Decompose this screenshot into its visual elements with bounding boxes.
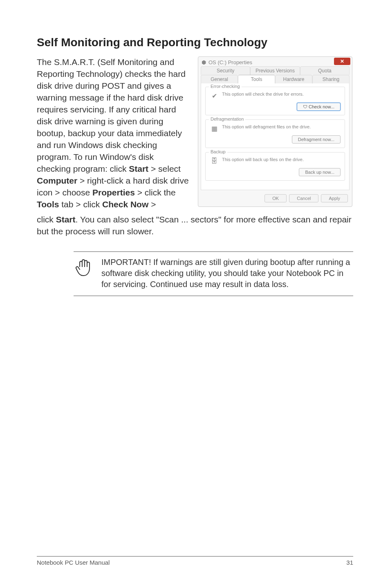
tab-security[interactable]: Security — [201, 66, 250, 75]
body-paragraph-lower: click Start. You can also select "Scan .… — [37, 214, 353, 238]
group-icon: 🗄 — [210, 157, 219, 166]
group-error-checking: Error-checking✔This option will check th… — [205, 87, 345, 115]
close-button[interactable]: ✕ — [334, 58, 350, 65]
tab-previous-versions[interactable]: Previous Versions — [250, 66, 300, 75]
group-title: Error-checking — [209, 84, 242, 89]
tab-sharing[interactable]: Sharing — [312, 75, 350, 83]
text-run: . You can also select "Scan ... sectors"… — [37, 215, 352, 236]
dialog-button-row: OKCancelApply — [198, 192, 352, 206]
shield-icon: 🛡 — [303, 104, 309, 109]
defragment-now-button[interactable]: Defragment now... — [292, 135, 341, 144]
text-run: > click the — [135, 188, 176, 197]
bold-term: Computer — [37, 176, 77, 185]
group-defragmentation: Defragmentation▦This option will defragm… — [205, 119, 345, 148]
group-title: Backup — [209, 149, 227, 154]
group-backup: Backup🗄This option will back up files on… — [205, 152, 345, 181]
tab-row-front: GeneralToolsHardwareSharing — [198, 75, 352, 83]
text-run: The S.M.A.R.T. (Self Monitoring and Repo… — [37, 57, 186, 173]
group-description: This option will back up files on the dr… — [222, 157, 304, 162]
page-footer: Notebook PC User Manual 31 — [37, 556, 353, 566]
footer-page-number: 31 — [346, 559, 353, 566]
text-run: tab > click — [59, 200, 102, 209]
text-run: > — [148, 200, 156, 209]
dialog-title-icon: ⬢ — [202, 59, 206, 65]
body-paragraph-upper: The S.M.A.R.T. (Self Monitoring and Repo… — [37, 56, 190, 211]
tab-hardware[interactable]: Hardware — [275, 75, 312, 83]
tab-quota[interactable]: Quota — [300, 66, 350, 75]
close-icon: ✕ — [340, 58, 344, 64]
check-now-button[interactable]: 🛡 Check now... — [297, 103, 341, 111]
button-label: Check now... — [309, 104, 334, 109]
dialog-title: OS (C:) Properties — [208, 59, 252, 65]
group-description: This option will check the drive for err… — [222, 91, 304, 97]
back-up-now-button[interactable]: Back up now... — [299, 168, 341, 176]
group-icon: ✔ — [210, 91, 219, 100]
bold-term: Start — [56, 215, 76, 224]
bold-term: Tools — [37, 200, 59, 209]
hand-icon — [74, 257, 93, 278]
footer-left: Notebook PC User Manual — [37, 559, 110, 566]
section-heading: Self Monitoring and Reporting Technology — [37, 36, 353, 49]
properties-dialog: ⬢ OS (C:) Properties ✕ SecurityPrevious … — [198, 56, 352, 207]
bold-term: Start — [129, 164, 148, 173]
group-description: This option will defragment files on the… — [222, 124, 311, 130]
group-title: Defragmentation — [209, 117, 245, 121]
button-label: Back up now... — [305, 170, 334, 175]
tab-row-back: SecurityPrevious VersionsQuota — [198, 66, 352, 75]
ok-button[interactable]: OK — [264, 194, 287, 202]
button-label: Defragment now... — [298, 137, 334, 142]
text-run: > select — [148, 164, 181, 173]
dialog-body: Error-checking✔This option will check th… — [201, 83, 350, 190]
text-run: click — [37, 215, 56, 224]
cancel-button[interactable]: Cancel — [289, 194, 318, 202]
group-icon: ▦ — [210, 124, 219, 133]
tab-general[interactable]: General — [201, 75, 238, 83]
tab-tools[interactable]: Tools — [238, 75, 275, 83]
bold-term: Properties — [92, 188, 135, 197]
important-note: IMPORTANT! If warnings are still given d… — [74, 251, 353, 296]
note-text: IMPORTANT! If warnings are still given d… — [101, 257, 353, 290]
bold-term: Check Now — [102, 200, 148, 209]
apply-button[interactable]: Apply — [321, 194, 348, 202]
